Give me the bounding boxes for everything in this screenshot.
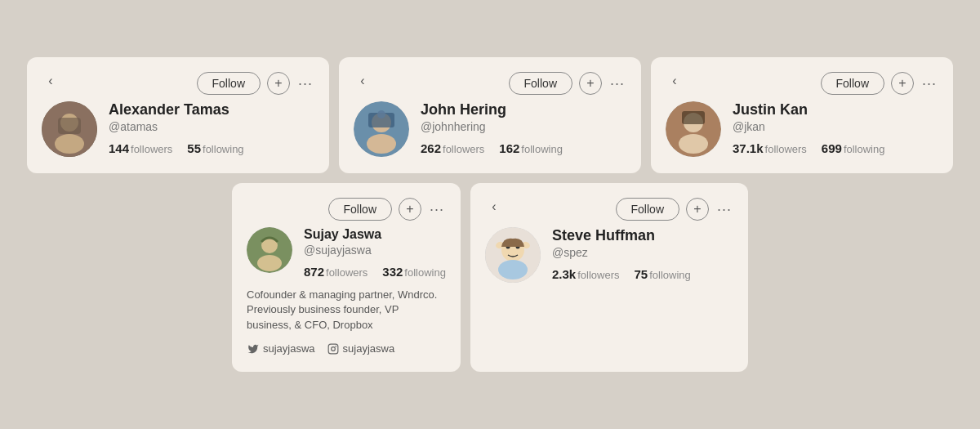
more-button-john[interactable]: ··· <box>608 74 626 92</box>
back-button-john[interactable]: ‹ <box>354 72 372 90</box>
twitter-icon-sujay <box>247 342 260 355</box>
add-button-justin[interactable]: + <box>891 72 914 95</box>
add-button-steve[interactable]: + <box>686 198 709 221</box>
svg-point-17 <box>331 346 335 351</box>
avatar-image-justin <box>666 101 721 157</box>
user-handle-john: @johnhering <box>421 120 626 133</box>
following-count-sujay: 332following <box>382 265 446 279</box>
user-handle-sujay: @sujayjaswa <box>304 244 446 257</box>
user-handle-steve: @spez <box>552 246 733 259</box>
profiles-grid: ‹ Follow + ··· Alexander Ta <box>16 57 964 372</box>
card-top-steve: ‹ Follow + ··· <box>485 198 733 221</box>
top-right-alexander: Follow + ··· <box>197 72 314 95</box>
instagram-icon-sujay <box>327 342 340 355</box>
twitter-link-sujay[interactable]: sujayjaswa <box>247 342 315 355</box>
followers-count-alexander: 144followers <box>109 141 172 156</box>
back-button-alexander[interactable]: ‹ <box>42 72 60 90</box>
avatar-sujay <box>247 227 292 273</box>
card-info-justin: Justin Kan @jkan 37.1kfollowers 699follo… <box>733 101 938 156</box>
card-steve: ‹ Follow + ··· <box>470 183 748 372</box>
more-button-justin[interactable]: ··· <box>920 74 938 92</box>
stats-alexander: 144followers 55following <box>109 141 314 156</box>
top-right-sujay: Follow + ··· <box>328 198 446 221</box>
svg-point-18 <box>336 346 336 346</box>
card-body-sujay: Sujay Jaswa @sujayjaswa 872followers 332… <box>247 227 446 279</box>
followers-count-john: 262followers <box>421 141 484 156</box>
following-count-steve: 75following <box>635 267 691 282</box>
top-right-steve: Follow + ··· <box>616 198 733 221</box>
followers-count-sujay: 872followers <box>304 265 368 279</box>
svg-point-8 <box>377 110 385 118</box>
stats-steve: 2.3kfollowers 75following <box>552 267 733 282</box>
followers-count-steve: 2.3kfollowers <box>552 267 620 282</box>
svg-point-21 <box>498 260 528 279</box>
social-links-sujay: sujayjaswa sujayjaswa <box>247 342 446 355</box>
card-body-john: John Hering @johnhering 262followers 162… <box>354 101 626 157</box>
following-count-john: 162following <box>499 141 563 156</box>
user-name-alexander: Alexander Tamas <box>109 101 314 118</box>
card-sujay: Follow + ··· Sujay Jaswa @sujayjaswa <box>232 183 461 372</box>
add-button-alexander[interactable]: + <box>267 72 290 95</box>
user-name-sujay: Sujay Jaswa <box>304 227 446 242</box>
card-top-justin: ‹ Follow + ··· <box>666 72 938 95</box>
user-handle-alexander: @atamas <box>109 120 314 133</box>
avatar-justin <box>666 101 721 157</box>
add-button-sujay[interactable]: + <box>399 198 421 221</box>
card-info-alexander: Alexander Tamas @atamas 144followers 55f… <box>109 101 314 156</box>
svg-point-11 <box>679 134 708 154</box>
following-count-alexander: 55following <box>187 141 243 156</box>
stats-sujay: 872followers 332following <box>304 265 446 279</box>
follow-button-alexander[interactable]: Follow <box>197 72 261 95</box>
card-top-sujay: Follow + ··· <box>247 198 446 221</box>
svg-rect-3 <box>58 118 81 134</box>
stats-justin: 37.1kfollowers 699following <box>733 141 938 156</box>
top-right-justin: Follow + ··· <box>821 72 938 95</box>
card-john: ‹ Follow + ··· <box>339 57 641 173</box>
card-body-alexander: Alexander Tamas @atamas 144followers 55f… <box>42 101 314 157</box>
follow-button-justin[interactable]: Follow <box>821 72 884 95</box>
svg-point-2 <box>55 134 84 154</box>
more-button-alexander[interactable]: ··· <box>296 74 314 92</box>
row-1: ‹ Follow + ··· Alexander Ta <box>16 57 964 173</box>
user-name-justin: Justin Kan <box>733 101 938 118</box>
instagram-link-sujay[interactable]: sujayjaswa <box>327 342 395 355</box>
card-body-steve: Steve Huffman @spez 2.3kfollowers 75foll… <box>485 227 733 283</box>
more-button-sujay[interactable]: ··· <box>428 200 446 218</box>
card-top-alexander: ‹ Follow + ··· <box>42 72 314 95</box>
followers-count-justin: 37.1kfollowers <box>733 141 807 156</box>
add-button-john[interactable]: + <box>579 72 602 95</box>
instagram-handle-sujay: sujayjaswa <box>343 342 395 355</box>
user-name-john: John Hering <box>421 101 626 118</box>
follow-button-steve[interactable]: Follow <box>616 198 679 221</box>
avatar-image-sujay <box>247 227 292 273</box>
follow-button-sujay[interactable]: Follow <box>328 198 392 221</box>
avatar-image-steve <box>485 227 541 283</box>
user-name-steve: Steve Huffman <box>552 227 733 244</box>
twitter-handle-sujay: sujayjaswa <box>263 342 315 355</box>
user-handle-justin: @jkan <box>733 120 938 133</box>
stats-john: 262followers 162following <box>421 141 626 156</box>
avatar-image-john <box>354 101 409 157</box>
follow-button-john[interactable]: Follow <box>509 72 572 95</box>
following-count-justin: 699following <box>822 141 885 156</box>
more-button-steve[interactable]: ··· <box>715 200 733 218</box>
card-justin: ‹ Follow + ··· Justin Kan <box>651 57 953 173</box>
avatar-alexander <box>42 101 97 157</box>
top-right-john: Follow + ··· <box>509 72 626 95</box>
card-alexander: ‹ Follow + ··· Alexander Ta <box>27 57 329 173</box>
card-info-sujay: Sujay Jaswa @sujayjaswa 872followers 332… <box>304 227 446 279</box>
svg-point-15 <box>257 255 282 271</box>
avatar-image-alexander <box>42 101 97 157</box>
back-button-justin[interactable]: ‹ <box>666 72 684 90</box>
avatar-john <box>354 101 409 157</box>
svg-rect-16 <box>328 344 338 354</box>
svg-point-6 <box>367 134 396 154</box>
card-top-john: ‹ Follow + ··· <box>354 72 626 95</box>
svg-rect-12 <box>682 111 705 124</box>
bio-sujay: Cofounder & managing partner, Wndrco. Pr… <box>247 288 446 333</box>
avatar-steve <box>485 227 541 283</box>
card-info-john: John Hering @johnhering 262followers 162… <box>421 101 626 156</box>
card-info-steve: Steve Huffman @spez 2.3kfollowers 75foll… <box>552 227 733 282</box>
back-button-steve[interactable]: ‹ <box>485 198 503 216</box>
card-body-justin: Justin Kan @jkan 37.1kfollowers 699follo… <box>666 101 938 157</box>
